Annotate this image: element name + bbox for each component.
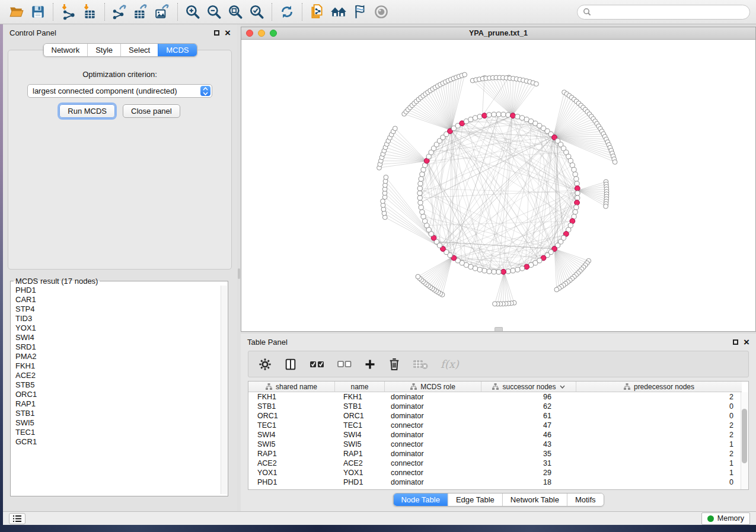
horizontal-splitter-handle[interactable] — [495, 327, 503, 331]
ring-node[interactable] — [501, 112, 506, 117]
leaf-node[interactable] — [554, 287, 559, 292]
ring-node[interactable] — [574, 177, 579, 181]
ring-node[interactable] — [420, 172, 425, 177]
table-row[interactable]: ACE2ACE2connector311 — [248, 459, 748, 468]
ring-node[interactable] — [575, 181, 579, 186]
mcds-result-item[interactable]: GCR1 — [11, 437, 220, 447]
mcds-result-item[interactable]: TID3 — [11, 314, 220, 323]
mcds-result-item[interactable]: FKH1 — [11, 361, 220, 371]
ring-node[interactable] — [492, 270, 496, 274]
ring-node[interactable] — [473, 116, 477, 120]
table-scrollbar-thumb[interactable] — [742, 409, 747, 463]
table-tab-node-table[interactable]: Node Table — [393, 493, 448, 506]
tab-select[interactable]: Select — [120, 44, 158, 56]
column-header-shared-name[interactable]: shared name — [248, 382, 335, 392]
mcds-result-item[interactable]: SWI4 — [11, 333, 220, 342]
leaf-node[interactable] — [462, 72, 467, 77]
task-history-button[interactable] — [9, 513, 25, 524]
select-all-button[interactable] — [310, 357, 325, 372]
mcds-result-item[interactable]: STB5 — [11, 380, 220, 390]
mcds-result-item[interactable]: TEC1 — [11, 428, 220, 437]
mcds-list-scrollbar[interactable] — [221, 286, 227, 494]
two-houses-button[interactable] — [328, 2, 349, 22]
table-row[interactable]: STB1STB1dominator620 — [248, 402, 748, 411]
mcds-result-item[interactable]: ORC1 — [11, 390, 220, 399]
table-scrollbar[interactable] — [741, 392, 748, 489]
table-tab-motifs[interactable]: Motifs — [567, 493, 604, 506]
ring-node[interactable] — [468, 117, 473, 122]
table-row[interactable]: RAP1RAP1dominator352 — [248, 449, 748, 459]
ring-node[interactable] — [418, 200, 423, 205]
close-panel-icon[interactable]: × — [225, 30, 231, 36]
zoom-in-button[interactable] — [182, 2, 203, 22]
unselect-all-button[interactable] — [337, 357, 352, 372]
tab-mcds[interactable]: MCDS — [158, 44, 196, 56]
leaf-node[interactable] — [493, 302, 497, 306]
mcds-result-list[interactable]: PHD1CAR1STP4TID3YOX1SWI4SRD1PMA2FKH1ACE2… — [11, 286, 220, 494]
export-network-button[interactable] — [109, 2, 130, 22]
ring-node[interactable] — [417, 196, 422, 200]
flag-button[interactable] — [349, 2, 371, 22]
close-table-panel-icon[interactable]: × — [744, 339, 749, 345]
criterion-dropdown[interactable]: largest connected component (undirected) — [27, 84, 212, 98]
mcds-node[interactable] — [501, 269, 506, 274]
table-row[interactable]: SWI4SWI4dominator462 — [248, 430, 748, 440]
column-header-MCDS-role[interactable]: MCDS role — [385, 382, 481, 392]
ring-node[interactable] — [421, 167, 426, 172]
mcds-result-item[interactable]: YOX1 — [11, 323, 220, 333]
function-builder-button[interactable]: f(x) — [441, 357, 459, 372]
minimize-window-icon[interactable] — [258, 30, 265, 37]
ring-node[interactable] — [575, 196, 580, 200]
zoom-out-button[interactable] — [203, 2, 225, 22]
ring-node[interactable] — [511, 268, 515, 273]
leaf-node[interactable] — [534, 82, 539, 86]
ring-node[interactable] — [420, 210, 425, 214]
mcds-result-item[interactable]: SWI5 — [11, 418, 220, 428]
ring-node[interactable] — [492, 112, 496, 117]
import-table-button[interactable] — [79, 2, 100, 22]
table-row[interactable]: FKH1FKH1dominator962 — [248, 392, 748, 402]
search-field[interactable] — [577, 5, 750, 20]
export-image-button[interactable] — [152, 2, 173, 22]
table-settings-button[interactable] — [259, 357, 272, 372]
leaf-node[interactable] — [613, 160, 617, 165]
mcds-result-item[interactable]: CAR1 — [11, 295, 220, 305]
ring-node[interactable] — [506, 113, 511, 117]
ring-node[interactable] — [573, 172, 578, 177]
mcds-node[interactable] — [575, 186, 580, 191]
ring-node[interactable] — [574, 205, 579, 210]
delete-table-button[interactable] — [413, 357, 428, 372]
ring-node[interactable] — [417, 186, 422, 191]
table-tab-network-table[interactable]: Network Table — [502, 493, 567, 506]
maximize-window-icon[interactable] — [270, 30, 277, 37]
eye-button[interactable] — [371, 2, 392, 22]
leaf-node[interactable] — [384, 175, 388, 180]
network-canvas[interactable] — [241, 40, 755, 331]
ring-node[interactable] — [419, 177, 423, 181]
column-header-predecessor-nodes[interactable]: predecessor nodes — [576, 382, 742, 392]
ring-node[interactable] — [515, 114, 520, 119]
ring-node[interactable] — [418, 181, 423, 186]
ring-node[interactable] — [573, 210, 578, 214]
tab-style[interactable]: Style — [87, 44, 120, 56]
ring-node[interactable] — [487, 113, 492, 117]
mcds-node[interactable] — [575, 200, 580, 206]
vertical-splitter-handle[interactable] — [238, 268, 240, 279]
close-panel-button[interactable]: Close panel — [123, 104, 180, 118]
mcds-result-item[interactable]: STP4 — [11, 305, 220, 314]
ring-node[interactable] — [506, 269, 511, 274]
ring-node[interactable] — [496, 270, 501, 274]
duplicate-network-button[interactable] — [307, 2, 328, 22]
mcds-result-item[interactable]: ACE2 — [11, 371, 220, 380]
table-tab-edge-table[interactable]: Edge Table — [448, 493, 502, 506]
add-column-button[interactable] — [364, 357, 376, 372]
zoom-fit-button[interactable] — [225, 2, 246, 22]
open-file-button[interactable] — [6, 2, 27, 22]
ring-node[interactable] — [519, 266, 524, 271]
memory-button[interactable]: Memory — [701, 512, 750, 525]
export-table-button[interactable] — [130, 2, 152, 22]
close-window-icon[interactable] — [246, 30, 253, 37]
ring-node[interactable] — [575, 191, 580, 196]
table-row[interactable]: YOX1YOX1connector291 — [248, 468, 748, 477]
mcds-node[interactable] — [482, 113, 487, 118]
